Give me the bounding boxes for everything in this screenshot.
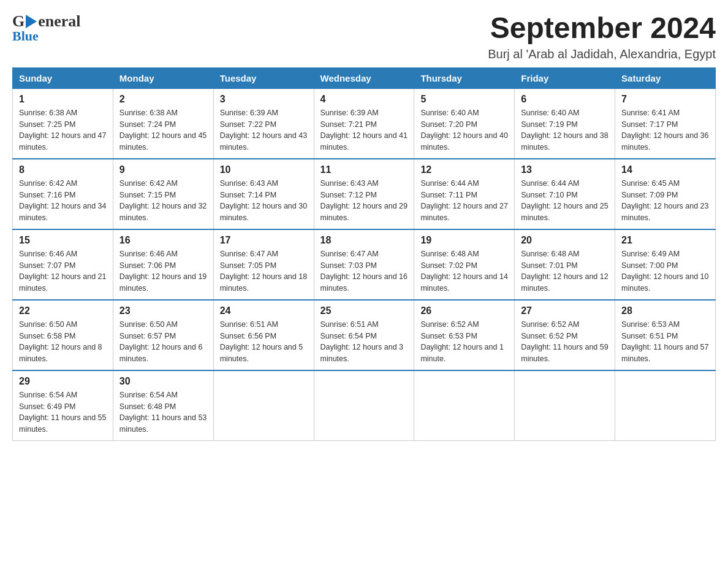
calendar-day-cell: 18Sunrise: 6:47 AMSunset: 7:03 PMDayligh… bbox=[314, 229, 414, 300]
calendar-day-cell: 25Sunrise: 6:51 AMSunset: 6:54 PMDayligh… bbox=[314, 300, 414, 370]
day-number: 1 bbox=[19, 94, 107, 105]
location-title: Burj al 'Arab al Jadidah, Alexandria, Eg… bbox=[488, 47, 716, 61]
day-info: Sunrise: 6:44 AMSunset: 7:10 PMDaylight:… bbox=[521, 178, 609, 224]
logo-arrow-icon bbox=[26, 15, 37, 28]
calendar-day-cell: 26Sunrise: 6:52 AMSunset: 6:53 PMDayligh… bbox=[414, 300, 515, 370]
day-number: 27 bbox=[521, 305, 609, 316]
weekday-header-sunday: Sunday bbox=[13, 67, 113, 88]
day-number: 6 bbox=[521, 94, 609, 105]
day-number: 28 bbox=[621, 305, 709, 316]
calendar-day-cell: 4Sunrise: 6:39 AMSunset: 7:21 PMDaylight… bbox=[314, 88, 414, 159]
weekday-header-thursday: Thursday bbox=[414, 67, 515, 88]
calendar-day-cell: 30Sunrise: 6:54 AMSunset: 6:48 PMDayligh… bbox=[113, 370, 213, 441]
day-number: 8 bbox=[19, 164, 107, 175]
day-info: Sunrise: 6:40 AMSunset: 7:19 PMDaylight:… bbox=[521, 107, 609, 153]
day-info: Sunrise: 6:39 AMSunset: 7:22 PMDaylight:… bbox=[220, 107, 308, 153]
day-info: Sunrise: 6:46 AMSunset: 7:07 PMDaylight:… bbox=[19, 248, 107, 294]
calendar-day-cell: 27Sunrise: 6:52 AMSunset: 6:52 PMDayligh… bbox=[515, 300, 615, 370]
day-number: 16 bbox=[119, 235, 207, 246]
calendar-day-cell: 29Sunrise: 6:54 AMSunset: 6:49 PMDayligh… bbox=[13, 370, 113, 441]
logo-eneral-text: eneral bbox=[38, 12, 80, 31]
title-area: September 2024 Burj al 'Arab al Jadidah,… bbox=[488, 12, 716, 61]
calendar-day-cell bbox=[314, 370, 414, 441]
day-info: Sunrise: 6:38 AMSunset: 7:24 PMDaylight:… bbox=[119, 107, 207, 153]
calendar-day-cell bbox=[615, 370, 716, 441]
day-number: 5 bbox=[420, 94, 508, 105]
day-number: 30 bbox=[119, 376, 207, 387]
calendar-week-row: 22Sunrise: 6:50 AMSunset: 6:58 PMDayligh… bbox=[13, 300, 716, 370]
calendar-day-cell: 8Sunrise: 6:42 AMSunset: 7:16 PMDaylight… bbox=[13, 159, 113, 229]
calendar-day-cell: 3Sunrise: 6:39 AMSunset: 7:22 PMDaylight… bbox=[213, 88, 314, 159]
day-info: Sunrise: 6:42 AMSunset: 7:15 PMDaylight:… bbox=[119, 178, 207, 224]
day-number: 25 bbox=[320, 305, 408, 316]
calendar-day-cell: 6Sunrise: 6:40 AMSunset: 7:19 PMDaylight… bbox=[515, 88, 615, 159]
day-number: 12 bbox=[420, 164, 508, 175]
day-info: Sunrise: 6:49 AMSunset: 7:00 PMDaylight:… bbox=[621, 248, 709, 294]
day-info: Sunrise: 6:42 AMSunset: 7:16 PMDaylight:… bbox=[19, 178, 107, 224]
day-number: 23 bbox=[119, 305, 207, 316]
day-number: 21 bbox=[621, 235, 709, 246]
day-number: 13 bbox=[521, 164, 609, 175]
day-number: 24 bbox=[220, 305, 308, 316]
day-info: Sunrise: 6:44 AMSunset: 7:11 PMDaylight:… bbox=[420, 178, 508, 224]
weekday-header-saturday: Saturday bbox=[615, 67, 716, 88]
day-number: 7 bbox=[621, 94, 709, 105]
day-number: 15 bbox=[19, 235, 107, 246]
day-info: Sunrise: 6:50 AMSunset: 6:57 PMDaylight:… bbox=[119, 319, 207, 365]
day-info: Sunrise: 6:43 AMSunset: 7:12 PMDaylight:… bbox=[320, 178, 408, 224]
calendar-day-cell: 9Sunrise: 6:42 AMSunset: 7:15 PMDaylight… bbox=[113, 159, 213, 229]
calendar-day-cell: 23Sunrise: 6:50 AMSunset: 6:57 PMDayligh… bbox=[113, 300, 213, 370]
day-info: Sunrise: 6:43 AMSunset: 7:14 PMDaylight:… bbox=[220, 178, 308, 224]
calendar-day-cell: 19Sunrise: 6:48 AMSunset: 7:02 PMDayligh… bbox=[414, 229, 515, 300]
day-info: Sunrise: 6:54 AMSunset: 6:49 PMDaylight:… bbox=[19, 389, 107, 435]
day-info: Sunrise: 6:48 AMSunset: 7:01 PMDaylight:… bbox=[521, 248, 609, 294]
day-info: Sunrise: 6:54 AMSunset: 6:48 PMDaylight:… bbox=[119, 389, 207, 435]
weekday-header-row: SundayMondayTuesdayWednesdayThursdayFrid… bbox=[13, 67, 716, 88]
calendar-day-cell: 7Sunrise: 6:41 AMSunset: 7:17 PMDaylight… bbox=[615, 88, 716, 159]
day-info: Sunrise: 6:41 AMSunset: 7:17 PMDaylight:… bbox=[621, 107, 709, 153]
weekday-header-tuesday: Tuesday bbox=[213, 67, 314, 88]
day-info: Sunrise: 6:38 AMSunset: 7:25 PMDaylight:… bbox=[19, 107, 107, 153]
day-info: Sunrise: 6:53 AMSunset: 6:51 PMDaylight:… bbox=[621, 319, 709, 365]
logo-blue-label: Blue bbox=[12, 28, 39, 44]
weekday-header-monday: Monday bbox=[113, 67, 213, 88]
calendar-day-cell: 22Sunrise: 6:50 AMSunset: 6:58 PMDayligh… bbox=[13, 300, 113, 370]
day-info: Sunrise: 6:39 AMSunset: 7:21 PMDaylight:… bbox=[320, 107, 408, 153]
day-info: Sunrise: 6:48 AMSunset: 7:02 PMDaylight:… bbox=[420, 248, 508, 294]
calendar-day-cell: 5Sunrise: 6:40 AMSunset: 7:20 PMDaylight… bbox=[414, 88, 515, 159]
calendar-day-cell bbox=[213, 370, 314, 441]
calendar-day-cell: 24Sunrise: 6:51 AMSunset: 6:56 PMDayligh… bbox=[213, 300, 314, 370]
calendar-day-cell: 10Sunrise: 6:43 AMSunset: 7:14 PMDayligh… bbox=[213, 159, 314, 229]
day-info: Sunrise: 6:50 AMSunset: 6:58 PMDaylight:… bbox=[19, 319, 107, 365]
header: G eneral Blue September 2024 Burj al 'Ar… bbox=[12, 12, 716, 61]
day-info: Sunrise: 6:47 AMSunset: 7:05 PMDaylight:… bbox=[220, 248, 308, 294]
calendar-week-row: 8Sunrise: 6:42 AMSunset: 7:16 PMDaylight… bbox=[13, 159, 716, 229]
day-info: Sunrise: 6:52 AMSunset: 6:52 PMDaylight:… bbox=[521, 319, 609, 365]
calendar-day-cell: 1Sunrise: 6:38 AMSunset: 7:25 PMDaylight… bbox=[13, 88, 113, 159]
calendar-day-cell: 20Sunrise: 6:48 AMSunset: 7:01 PMDayligh… bbox=[515, 229, 615, 300]
day-number: 29 bbox=[19, 376, 107, 387]
day-number: 18 bbox=[320, 235, 408, 246]
weekday-header-friday: Friday bbox=[515, 67, 615, 88]
calendar-day-cell: 17Sunrise: 6:47 AMSunset: 7:05 PMDayligh… bbox=[213, 229, 314, 300]
calendar-day-cell: 2Sunrise: 6:38 AMSunset: 7:24 PMDaylight… bbox=[113, 88, 213, 159]
day-number: 22 bbox=[19, 305, 107, 316]
calendar-day-cell: 12Sunrise: 6:44 AMSunset: 7:11 PMDayligh… bbox=[414, 159, 515, 229]
calendar-day-cell: 15Sunrise: 6:46 AMSunset: 7:07 PMDayligh… bbox=[13, 229, 113, 300]
day-info: Sunrise: 6:46 AMSunset: 7:06 PMDaylight:… bbox=[119, 248, 207, 294]
calendar-week-row: 29Sunrise: 6:54 AMSunset: 6:49 PMDayligh… bbox=[13, 370, 716, 441]
logo: G eneral Blue bbox=[12, 12, 81, 44]
calendar-day-cell: 21Sunrise: 6:49 AMSunset: 7:00 PMDayligh… bbox=[615, 229, 716, 300]
day-info: Sunrise: 6:51 AMSunset: 6:56 PMDaylight:… bbox=[220, 319, 308, 365]
day-info: Sunrise: 6:47 AMSunset: 7:03 PMDaylight:… bbox=[320, 248, 408, 294]
day-number: 2 bbox=[119, 94, 207, 105]
calendar-day-cell bbox=[515, 370, 615, 441]
weekday-header-wednesday: Wednesday bbox=[314, 67, 414, 88]
day-info: Sunrise: 6:52 AMSunset: 6:53 PMDaylight:… bbox=[420, 319, 508, 365]
day-number: 9 bbox=[119, 164, 207, 175]
day-number: 20 bbox=[521, 235, 609, 246]
day-number: 10 bbox=[220, 164, 308, 175]
calendar-week-row: 1Sunrise: 6:38 AMSunset: 7:25 PMDaylight… bbox=[13, 88, 716, 159]
day-number: 17 bbox=[220, 235, 308, 246]
day-number: 19 bbox=[420, 235, 508, 246]
